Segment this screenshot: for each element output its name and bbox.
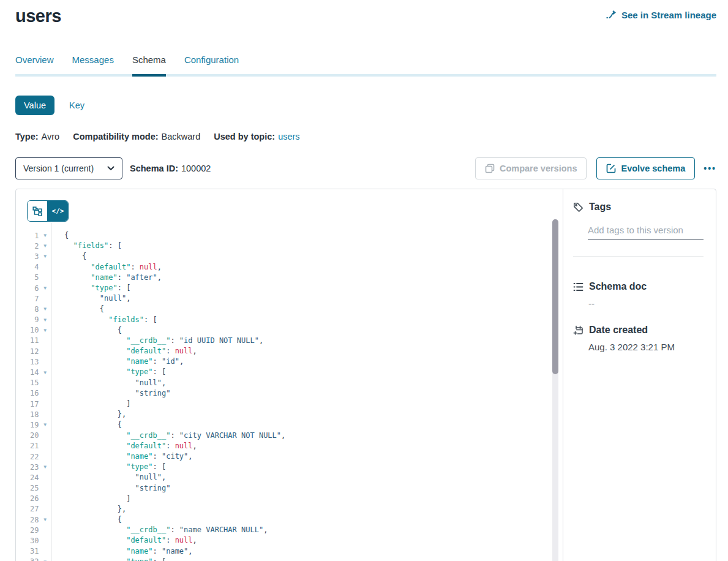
code-line: "name": "after", xyxy=(64,273,550,283)
gutter-line: 16 xyxy=(16,388,51,399)
compatibility-mode-value: Backward xyxy=(162,132,201,141)
compare-versions-icon xyxy=(485,164,495,173)
line-number: 17 xyxy=(16,400,39,409)
gutter-line: 6▼ xyxy=(16,283,51,293)
line-number: 20 xyxy=(16,431,39,440)
gutter-line: 15 xyxy=(16,378,51,388)
line-number: 32 xyxy=(16,557,39,561)
code-line: "__crdb__": "id UUID NOT NULL", xyxy=(64,336,550,346)
editor-scrollbar-track[interactable] xyxy=(552,219,558,561)
key-toggle-button[interactable]: Key xyxy=(69,96,84,115)
line-number: 22 xyxy=(16,453,39,461)
evolve-schema-button[interactable]: Evolve schema xyxy=(596,157,695,179)
gutter-line: 4 xyxy=(16,262,51,273)
schema-doc-value: -- xyxy=(588,298,704,309)
edit-schema-icon xyxy=(606,164,616,173)
code-line: "default": null, xyxy=(64,346,550,356)
tab-configuration[interactable]: Configuration xyxy=(184,55,239,74)
editor-view-toggle: </> xyxy=(27,200,563,222)
line-number: 27 xyxy=(16,505,39,513)
gutter-line: 26 xyxy=(16,494,51,504)
fold-toggle-icon[interactable]: ▼ xyxy=(39,328,51,333)
line-number: 9 xyxy=(16,315,39,324)
gutter-line: 10▼ xyxy=(16,325,51,336)
gutter-line: 11 xyxy=(16,336,51,346)
tab-schema[interactable]: Schema xyxy=(132,55,166,77)
tab-messages[interactable]: Messages xyxy=(72,55,114,74)
schema-doc-section: Schema doc -- xyxy=(573,281,704,309)
line-number: 16 xyxy=(16,389,39,397)
fold-toggle-icon[interactable]: ▼ xyxy=(39,464,51,470)
line-number: 18 xyxy=(16,410,39,419)
gutter-line: 19▼ xyxy=(16,420,51,430)
compare-versions-button[interactable]: Compare versions xyxy=(475,157,587,179)
schema-editor: </> 1▼2▼3▼456▼78▼9▼10▼11121314▼151617181… xyxy=(16,189,563,561)
more-options-button[interactable]: ••• xyxy=(704,164,716,173)
gutter-line: 28▼ xyxy=(16,514,51,525)
line-number: 5 xyxy=(16,273,39,282)
gutter-line: 27 xyxy=(16,504,51,514)
fold-toggle-icon[interactable]: ▼ xyxy=(39,317,51,323)
gutter-line: 24 xyxy=(16,472,51,483)
tree-view-button[interactable] xyxy=(28,201,48,221)
line-number: 12 xyxy=(16,347,39,356)
gutter-line: 20 xyxy=(16,431,51,441)
tab-bar: Overview Messages Schema Configuration xyxy=(15,55,716,77)
code-line: "fields": [ xyxy=(64,241,550,251)
tags-title: Tags xyxy=(589,201,611,213)
fold-toggle-icon[interactable]: ▼ xyxy=(39,370,51,375)
tags-input[interactable] xyxy=(588,225,704,240)
gutter-line: 5 xyxy=(16,273,51,283)
line-number: 6 xyxy=(16,284,39,293)
version-toolbar: Version 1 (current) Schema ID: 100002 Co… xyxy=(15,157,716,179)
code-line: "name": "name", xyxy=(64,546,550,557)
code-line: "type": [ xyxy=(64,557,550,561)
code-area[interactable]: 1▼2▼3▼456▼78▼9▼10▼11121314▼1516171819▼20… xyxy=(16,223,563,561)
fold-toggle-icon[interactable]: ▼ xyxy=(39,285,51,291)
gutter-line: 18 xyxy=(16,409,51,420)
code-view-button[interactable]: </> xyxy=(48,201,68,221)
value-key-toggle: Value Key xyxy=(15,96,716,115)
line-number: 26 xyxy=(16,494,39,503)
schema-id-label: Schema ID: xyxy=(130,164,178,173)
line-number: 29 xyxy=(16,526,39,535)
version-select[interactable]: Version 1 (current) xyxy=(15,157,122,179)
code-line: { xyxy=(64,514,550,525)
fold-toggle-icon[interactable]: ▼ xyxy=(39,254,51,259)
fold-toggle-icon[interactable]: ▼ xyxy=(39,306,51,312)
code-line: { xyxy=(64,325,550,336)
code-line: "__crdb__": "name VARCHAR NULL", xyxy=(64,525,550,535)
gutter-line: 14▼ xyxy=(16,367,51,377)
code-line: "default": null, xyxy=(64,262,550,273)
code-line: "null", xyxy=(64,378,550,388)
code-line: "type": [ xyxy=(64,462,550,472)
line-number: 7 xyxy=(16,295,39,303)
page-title: users xyxy=(15,6,61,26)
code-line: ] xyxy=(64,399,550,409)
line-number: 2 xyxy=(16,242,39,250)
line-number: 25 xyxy=(16,484,39,492)
tag-icon xyxy=(573,202,584,213)
fold-toggle-icon[interactable]: ▼ xyxy=(39,517,51,522)
code-view-icon: </> xyxy=(52,207,64,215)
code-line: "string" xyxy=(64,483,550,494)
gutter-line: 9▼ xyxy=(16,315,51,325)
stream-lineage-label: See in Stream lineage xyxy=(621,10,716,20)
schema-id-value: 100002 xyxy=(181,164,211,173)
line-number: 3 xyxy=(16,252,39,261)
tab-overview[interactable]: Overview xyxy=(15,55,54,74)
stream-lineage-link[interactable]: See in Stream lineage xyxy=(606,10,716,20)
value-toggle-button[interactable]: Value xyxy=(15,96,54,115)
code-line: "default": null, xyxy=(64,535,550,546)
fold-toggle-icon[interactable]: ▼ xyxy=(39,243,51,249)
gutter-line: 13 xyxy=(16,356,51,367)
gutter-line: 2▼ xyxy=(16,241,51,251)
fold-toggle-icon[interactable]: ▼ xyxy=(39,422,51,427)
used-by-topic-link[interactable]: users xyxy=(278,132,299,141)
editor-scrollbar-thumb[interactable] xyxy=(552,219,558,374)
code-line: "null", xyxy=(64,472,550,483)
code-line: "fields": [ xyxy=(64,315,550,325)
line-number: 31 xyxy=(16,547,39,555)
line-number: 14 xyxy=(16,368,39,377)
fold-toggle-icon[interactable]: ▼ xyxy=(39,233,51,238)
